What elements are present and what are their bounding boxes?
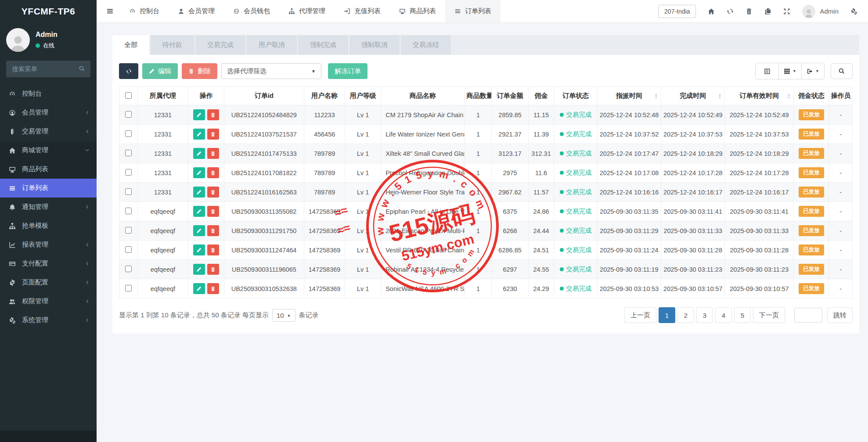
col-header-finish-time[interactable]: 完成时间▲▼ bbox=[661, 87, 725, 105]
sidebar-item[interactable]: 系统管理 bbox=[0, 311, 97, 330]
row-checkbox[interactable] bbox=[125, 246, 132, 253]
topnav-item[interactable]: 代理管理 bbox=[279, 0, 335, 22]
next-page-button[interactable]: 下一页 bbox=[753, 307, 785, 323]
sidebar-item[interactable]: 报表管理 bbox=[0, 235, 97, 254]
row-checkbox[interactable] bbox=[125, 130, 132, 137]
page-size-select[interactable]: 10▲ bbox=[272, 309, 295, 322]
page-button[interactable]: 2 bbox=[677, 307, 694, 323]
row-edit-button[interactable] bbox=[193, 244, 205, 255]
status-tab[interactable]: 交易完成 bbox=[195, 35, 245, 55]
admin-menu[interactable]: Admin bbox=[802, 5, 839, 18]
row-checkbox[interactable] bbox=[125, 285, 132, 291]
edit-button[interactable]: 编辑 bbox=[142, 63, 178, 79]
menu-toggle-icon[interactable] bbox=[105, 0, 120, 22]
col-header-valid-time[interactable]: 订单有效时间▲▼ bbox=[725, 87, 794, 105]
status-tab[interactable]: 强制完成 bbox=[298, 35, 348, 55]
clear-cache-icon[interactable] bbox=[764, 8, 771, 15]
sidebar-item[interactable]: 控制台 bbox=[0, 84, 97, 103]
row-edit-button[interactable] bbox=[193, 109, 205, 120]
status-tab[interactable]: 交易冻结 bbox=[401, 35, 451, 55]
prev-page-button[interactable]: 上一页 bbox=[624, 307, 656, 323]
cell-commission-status: 已发放 bbox=[794, 144, 829, 163]
sidebar-item[interactable]: 交易管理 bbox=[0, 122, 97, 141]
row-checkbox[interactable] bbox=[125, 266, 132, 272]
page-button[interactable]: 4 bbox=[715, 307, 732, 323]
sidebar-item[interactable]: 商品列表 bbox=[0, 160, 97, 179]
sidebar-item[interactable]: 会员管理 bbox=[0, 103, 97, 122]
row-checkbox[interactable] bbox=[125, 111, 132, 118]
row-edit-button[interactable] bbox=[193, 129, 205, 140]
fullscreen-icon[interactable] bbox=[783, 8, 790, 15]
sidebar-item[interactable]: 商城管理 bbox=[0, 141, 97, 160]
settings-gears-icon[interactable] bbox=[850, 8, 857, 15]
columns-button[interactable]: ▼ bbox=[778, 63, 801, 79]
agent-filter-select[interactable]: 选择代理筛选▼ bbox=[221, 63, 321, 79]
page-button[interactable]: 3 bbox=[696, 307, 713, 323]
sidebar-item[interactable]: 页面配置 bbox=[0, 273, 97, 292]
row-delete-button[interactable] bbox=[207, 206, 219, 217]
topnav-item[interactable]: 商品列表 bbox=[390, 0, 445, 22]
sidebar-item[interactable]: 抢单模板 bbox=[0, 216, 97, 235]
avatar[interactable] bbox=[6, 28, 30, 52]
row-checkbox[interactable] bbox=[125, 208, 132, 214]
page-button[interactable]: 1 bbox=[659, 307, 675, 323]
refresh-icon[interactable] bbox=[727, 8, 734, 15]
topnav-item[interactable]: 会员钱包 bbox=[224, 0, 279, 22]
jump-button[interactable]: 跳转 bbox=[827, 307, 853, 323]
topnav-item[interactable]: 会员管理 bbox=[169, 0, 224, 22]
status-tab[interactable]: 待付款 bbox=[151, 35, 194, 55]
row-edit-button[interactable] bbox=[193, 148, 205, 159]
row-delete-button[interactable] bbox=[207, 167, 219, 178]
sidebar-search-input[interactable] bbox=[6, 61, 90, 77]
unfreeze-button[interactable]: 解冻订单 bbox=[328, 63, 367, 79]
sidebar-item[interactable]: 通知管理 bbox=[0, 198, 97, 216]
row-delete-button[interactable] bbox=[207, 264, 219, 275]
row-checkbox[interactable] bbox=[125, 227, 132, 234]
export-button[interactable]: ▼ bbox=[801, 63, 824, 79]
sidebar-item[interactable]: 权限管理 bbox=[0, 292, 97, 311]
region-button[interactable]: 207-India bbox=[658, 5, 696, 18]
row-delete-button[interactable] bbox=[207, 148, 219, 159]
home-icon[interactable] bbox=[708, 8, 715, 15]
select-all-checkbox[interactable] bbox=[125, 92, 132, 99]
jump-page-input[interactable] bbox=[794, 308, 822, 323]
status-tab[interactable]: 全部 bbox=[112, 35, 149, 55]
row-delete-button[interactable] bbox=[207, 225, 219, 236]
sort-icon[interactable]: ▲▼ bbox=[787, 93, 790, 99]
row-edit-button[interactable] bbox=[193, 187, 205, 198]
row-edit-button[interactable] bbox=[193, 225, 205, 236]
row-edit-button[interactable] bbox=[193, 167, 205, 178]
row-delete-button[interactable] bbox=[207, 109, 219, 120]
row-edit-button[interactable] bbox=[193, 206, 205, 217]
row-checkbox[interactable] bbox=[125, 150, 132, 156]
sort-icon[interactable]: ▲▼ bbox=[718, 93, 721, 99]
topnav-item[interactable]: 充值列表 bbox=[335, 0, 390, 22]
toggle-pagination-button[interactable] bbox=[756, 63, 778, 79]
page-button[interactable]: 5 bbox=[734, 307, 751, 323]
row-delete-button[interactable] bbox=[207, 187, 219, 198]
row-edit-button[interactable] bbox=[193, 283, 205, 294]
row-delete-button[interactable] bbox=[207, 283, 219, 294]
sort-icon[interactable]: ▲▼ bbox=[654, 93, 658, 99]
row-delete-button[interactable] bbox=[207, 244, 219, 255]
cell-amount: 6375 bbox=[492, 202, 529, 221]
row-checkbox[interactable] bbox=[125, 188, 132, 195]
cell-actions bbox=[188, 241, 224, 260]
cell-assign-time: 2025-09-30 03:11:29 bbox=[597, 221, 661, 241]
trash-icon[interactable] bbox=[746, 8, 753, 15]
status-tab[interactable]: 强制取消 bbox=[349, 35, 400, 55]
row-delete-button[interactable] bbox=[207, 129, 219, 140]
topnav-item[interactable]: 控制台 bbox=[120, 0, 169, 22]
sidebar-item[interactable]: 支付配置 bbox=[0, 254, 97, 273]
cell-order-id: UB2509300310532638 bbox=[224, 279, 304, 298]
delete-button[interactable]: 删除 bbox=[182, 63, 217, 79]
table-search-button[interactable] bbox=[831, 63, 853, 79]
topnav-item[interactable]: 订单列表 bbox=[445, 0, 501, 22]
row-checkbox[interactable] bbox=[125, 169, 132, 176]
col-header-assign-time[interactable]: 指派时间▲▼ bbox=[597, 87, 661, 105]
sidebar-item-active[interactable]: 订单列表 bbox=[0, 179, 97, 198]
cell-valid-time: 2025-09-30 03:11:23 bbox=[725, 260, 794, 279]
row-edit-button[interactable] bbox=[193, 264, 205, 275]
status-tab[interactable]: 用户取消 bbox=[247, 35, 297, 55]
refresh-button[interactable] bbox=[119, 63, 138, 79]
